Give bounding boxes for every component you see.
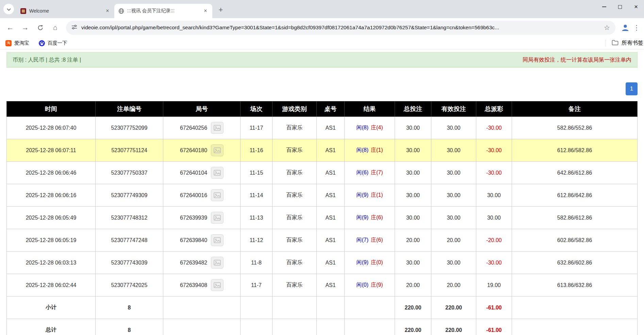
- table-row: 2025-12-28 06:02:44 523077742025 6726394…: [7, 274, 638, 297]
- subtotal-payout: -61.00: [476, 297, 512, 319]
- result-player: 闲(8): [356, 147, 368, 153]
- bet-id: 523077752099: [96, 117, 163, 139]
- round-replay-icon[interactable]: [211, 144, 224, 156]
- table-header-row: 时间 注单编号 局号 场次 游戏类别 桌号 结果 总投注 有效投注 总派彩 备注: [7, 101, 638, 117]
- total-bet-link[interactable]: 20.00: [395, 274, 431, 297]
- result-player: 闲(8): [356, 125, 368, 130]
- table-row: 2025-12-28 06:07:11 523077751124 6726401…: [7, 139, 638, 162]
- total-bet-link[interactable]: 30.00: [395, 117, 431, 139]
- subtotal-row: 小计 8 220.00 220.00 -61.00: [7, 297, 638, 319]
- result-player: 闲(7): [356, 237, 368, 243]
- col-header-session: 场次: [241, 101, 273, 117]
- round-cell: 672640256: [163, 117, 241, 139]
- bookmarks-divider: [606, 40, 606, 47]
- session: 11-13: [241, 207, 273, 229]
- round-id: 672640104: [180, 170, 207, 176]
- url-bar[interactable]: videoie.com/ipl/portal.php/game/betrecor…: [66, 21, 615, 35]
- col-header-payout: 总派彩: [476, 101, 512, 117]
- bet-time: 2025-12-28 06:07:40: [7, 117, 96, 139]
- result-cell: 闲(0)庄(9): [345, 274, 395, 297]
- note: 642.86/612.86: [512, 162, 638, 184]
- result-banker: 庄(7): [371, 170, 383, 175]
- total-bet-link[interactable]: 30.00: [395, 252, 431, 274]
- round-replay-icon[interactable]: [211, 167, 224, 179]
- round-id: 672640256: [180, 125, 207, 131]
- total-bet-link[interactable]: 20.00: [395, 229, 431, 252]
- bookmark-taobao[interactable]: 淘 爱淘宝: [5, 40, 29, 46]
- valid-bet-notice-text: 同局有效投注，统一计算在该局第一张注单内: [523, 57, 631, 64]
- payout: 19.00: [476, 274, 512, 297]
- page-1-button[interactable]: 1: [626, 82, 638, 95]
- close-button[interactable]: ×: [628, 0, 644, 14]
- profile-avatar[interactable]: [620, 22, 631, 33]
- back-button[interactable]: ←: [3, 21, 17, 34]
- result-player: 闲(9): [356, 259, 368, 265]
- bookmark-label: 爱淘宝: [14, 40, 29, 46]
- round-cell: 672640180: [163, 139, 241, 162]
- total-bet-link[interactable]: 30.00: [395, 162, 431, 184]
- welcome-tab-favicon: [20, 8, 26, 14]
- table-no: AS1: [317, 117, 345, 139]
- tab-search-button[interactable]: [3, 4, 14, 14]
- home-button[interactable]: ⌂: [48, 21, 62, 34]
- reload-button[interactable]: [33, 21, 47, 34]
- valid-bet: 20.00: [431, 229, 476, 252]
- tab-close-icon[interactable]: ×: [104, 7, 111, 14]
- round-replay-icon[interactable]: [211, 212, 224, 224]
- maximize-icon: [618, 5, 622, 9]
- note: 612.86/642.86: [512, 184, 638, 207]
- bet-time: 2025-12-28 06:05:19: [7, 229, 96, 252]
- result-player: 闲(9): [356, 214, 368, 220]
- browser-tab-betrecord[interactable]: :::视讯 会员下注纪录::: ×: [114, 4, 212, 18]
- payout: -30.00: [476, 117, 512, 139]
- session: 11-17: [241, 117, 273, 139]
- site-info-icon[interactable]: [71, 24, 77, 31]
- round-cell: 672640016: [163, 184, 241, 207]
- subtotal-count: 8: [96, 297, 163, 319]
- all-bookmarks[interactable]: 所有书签: [606, 39, 643, 47]
- reload-icon: [37, 25, 44, 31]
- page-content: 币别 : 人民币 | 总共 :8 注单 | 同局有效投注，统一计算在该局第一张注…: [0, 52, 644, 335]
- forward-button[interactable]: →: [18, 21, 32, 34]
- round-replay-icon[interactable]: [211, 122, 224, 134]
- round-replay-icon[interactable]: [211, 189, 224, 201]
- total-bet-link[interactable]: 30.00: [395, 207, 431, 229]
- browser-menu-button[interactable]: ⋮: [632, 21, 641, 34]
- all-bookmarks-label: 所有书签: [622, 39, 643, 47]
- result-banker: 庄(1): [371, 147, 383, 153]
- game-type: 百家乐: [273, 274, 317, 297]
- new-tab-button[interactable]: +: [216, 5, 226, 15]
- bookmarks-bar: 淘 爱淘宝 百度一下 所有书签: [0, 37, 644, 49]
- subtotal-total-bet: 220.00: [395, 297, 431, 319]
- table-no: AS1: [317, 139, 345, 162]
- tab-close-icon[interactable]: ×: [202, 7, 209, 14]
- person-icon: [621, 23, 630, 32]
- bet-id: 523077743039: [96, 252, 163, 274]
- bookmark-baidu[interactable]: 百度一下: [39, 40, 67, 46]
- bet-id: 523077751124: [96, 139, 163, 162]
- maximize-button[interactable]: [612, 0, 628, 14]
- round-replay-icon[interactable]: [211, 234, 224, 246]
- bookmark-star-icon[interactable]: ☆: [604, 23, 610, 32]
- total-bet-link[interactable]: 30.00: [395, 139, 431, 162]
- result-banker: 庄(1): [371, 192, 383, 198]
- note: 602.86/582.86: [512, 229, 638, 252]
- game-type: 百家乐: [273, 229, 317, 252]
- round-replay-icon[interactable]: [211, 257, 224, 269]
- total-total-bet: 220.00: [395, 319, 431, 335]
- table-row: 2025-12-28 06:07:40 523077752099 6726402…: [7, 117, 638, 139]
- round-replay-icon[interactable]: [211, 279, 224, 291]
- minimize-button[interactable]: [596, 0, 612, 14]
- total-bet-link[interactable]: 30.00: [395, 184, 431, 207]
- tab-title: :::视讯 会员下注纪录:::: [127, 8, 199, 14]
- nav-bar: ← → ⌂ videoie.com/ipl/portal.php/game/be…: [0, 18, 644, 37]
- result-banker: 庄(4): [371, 125, 383, 130]
- note: 632.86/602.86: [512, 252, 638, 274]
- col-header-round: 局号: [163, 101, 241, 117]
- bet-time: 2025-12-28 06:06:46: [7, 162, 96, 184]
- round-id: 672639939: [180, 215, 207, 221]
- bet-id: 523077748312: [96, 207, 163, 229]
- browser-tab-welcome[interactable]: Welcome ×: [16, 4, 114, 18]
- round-cell: 672639408: [163, 274, 241, 297]
- valid-bet: 20.00: [431, 274, 476, 297]
